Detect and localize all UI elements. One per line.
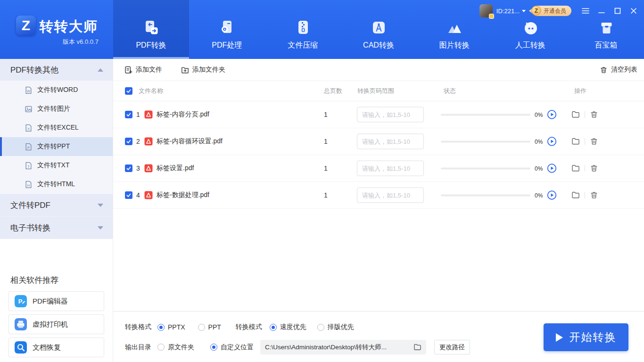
user-id[interactable]: ID:221... — [496, 8, 520, 15]
page-range-input[interactable] — [357, 134, 424, 149]
delete-row-icon[interactable] — [590, 164, 598, 173]
status-cell: 0% — [441, 190, 557, 200]
chevron-down-icon[interactable] — [522, 10, 526, 12]
nav-tab-label: CAD转换 — [363, 41, 394, 50]
pdf-file-icon — [144, 164, 153, 173]
vip-upgrade-button[interactable]: Z 开通会员 — [532, 6, 571, 16]
doc-html-icon: H — [25, 181, 33, 189]
svg-text:P: P — [18, 298, 23, 305]
row-checkbox[interactable] — [125, 138, 132, 145]
start-row-convert-button[interactable] — [547, 164, 557, 173]
sidebar-item-to-word[interactable]: W 文件转WORD — [0, 81, 113, 99]
virtual-printer-icon — [15, 318, 27, 330]
svg-text:H: H — [27, 183, 30, 187]
sidebar-group-file-to-pdf[interactable]: 文件转PDF — [0, 194, 113, 216]
sidebar-item-to-ppt[interactable]: P 文件转PPT — [0, 137, 113, 156]
sidebar-item-label: 文件转图片 — [37, 105, 70, 113]
progress-bar — [441, 194, 530, 196]
col-header-range: 转换页码范围 — [357, 87, 394, 95]
select-all-checkbox[interactable] — [125, 87, 132, 95]
delete-row-icon[interactable] — [590, 110, 598, 119]
app-card-pdf-editor[interactable]: P PDF编辑器 — [8, 291, 104, 311]
sidebar-group-pdf-convert-other[interactable]: PDF转换其他 — [0, 59, 113, 81]
group-label: PDF转换其他 — [10, 65, 58, 75]
radio-ppt[interactable]: PPT — [198, 323, 221, 331]
open-folder-icon[interactable] — [571, 164, 580, 173]
chevron-down-icon — [98, 226, 103, 230]
trash-icon — [600, 66, 608, 74]
start-row-convert-button[interactable] — [547, 190, 557, 200]
start-row-convert-button[interactable] — [547, 110, 557, 120]
start-row-convert-button[interactable] — [547, 137, 557, 147]
app-card-virtual-printer[interactable]: 虚拟打印机 — [8, 314, 104, 334]
delete-row-icon[interactable] — [590, 137, 598, 146]
sidebar-group-ebook-convert[interactable]: 电子书转换 — [0, 216, 113, 239]
radio-icon — [157, 344, 165, 351]
radio-speed-first[interactable]: 速度优先 — [270, 323, 306, 331]
change-path-button[interactable]: 更改路径 — [434, 340, 470, 354]
svg-text:T: T — [27, 164, 30, 168]
page-range-input[interactable] — [357, 188, 424, 203]
clear-list-button[interactable]: 清空列表 — [600, 66, 637, 74]
maximize-button[interactable] — [614, 7, 621, 15]
vip-label: 开通会员 — [544, 7, 566, 15]
chevron-down-icon — [98, 204, 103, 207]
page-range-input[interactable] — [357, 161, 424, 176]
output-path-field[interactable]: C:\Users\Administrator\Desktop\转转大师... — [260, 340, 426, 354]
nav-tab-pdf-process[interactable]: PDF处理 — [189, 0, 265, 59]
radio-custom-location[interactable]: 自定义位置 — [210, 343, 254, 352]
sidebar-item-to-image[interactable]: 文件转图片 — [0, 99, 113, 118]
start-convert-button[interactable]: 开始转换 — [544, 323, 628, 351]
minimize-button[interactable] — [598, 7, 605, 15]
add-folder-button[interactable]: 添加文件夹 — [181, 66, 225, 74]
page-range-input[interactable] — [357, 107, 424, 123]
row-checkbox[interactable] — [125, 191, 132, 199]
open-folder-icon[interactable] — [571, 191, 580, 199]
format-label: 转换格式 — [125, 323, 151, 331]
file-name: 标签设置.pdf — [157, 164, 194, 173]
avatar[interactable] — [479, 4, 493, 17]
row-index: 3 — [136, 165, 140, 172]
row-checkbox[interactable] — [125, 111, 132, 118]
col-header-name: 文件名称 — [139, 87, 163, 95]
sidebar-item-to-txt[interactable]: T 文件转TXT — [0, 156, 113, 175]
progress-bar — [441, 140, 530, 142]
nav-tab-label: 文件压缩 — [288, 41, 318, 50]
main-content: 添加文件 添加文件夹 清空列表 文件名称 总页数 转换页码范围 状态 操 — [113, 59, 644, 362]
status-cell: 0% — [441, 110, 557, 120]
radio-label: 自定义位置 — [221, 343, 254, 352]
add-folder-icon — [181, 66, 189, 74]
open-folder-icon[interactable] — [571, 110, 580, 119]
radio-layout-first[interactable]: 排版优先 — [317, 323, 354, 331]
clear-list-label: 清空列表 — [611, 66, 637, 74]
open-folder-icon[interactable] — [571, 137, 580, 146]
pdf-process-icon — [218, 19, 236, 37]
check-icon — [126, 165, 132, 171]
file-name: 标签-内容分页.pdf — [157, 110, 209, 119]
browse-folder-icon[interactable] — [413, 343, 421, 351]
divider — [585, 165, 585, 172]
col-header-status: 状态 — [444, 87, 456, 95]
app-window: Z 转转大师 版本 v6.0.0.7 PDF转换 — [0, 0, 644, 362]
nav-tab-file-compress[interactable]: 文件压缩 — [265, 0, 341, 59]
table-row: 3 标签设置.pdf 1 0% — [113, 155, 644, 182]
nav-tab-label: PDF处理 — [212, 41, 242, 50]
nav-tab-cad-convert[interactable]: CAD转换 — [341, 0, 417, 59]
sidebar-item-to-excel[interactable]: X 文件转EXCEL — [0, 118, 113, 137]
chat-bubble-icon — [521, 19, 539, 37]
add-file-button[interactable]: 添加文件 — [124, 66, 162, 74]
nav-tab-label: PDF转换 — [136, 41, 166, 50]
page-count: 1 — [324, 111, 328, 118]
sidebar-item-to-html[interactable]: H 文件转HTML — [0, 175, 113, 194]
radio-source-folder[interactable]: 原文件夹 — [157, 343, 194, 352]
nav-tab-pdf-convert[interactable]: PDF转换 — [113, 0, 189, 59]
svg-text:X: X — [27, 126, 30, 131]
radio-pptx[interactable]: PPTX — [157, 323, 185, 331]
radio-selected-icon — [157, 324, 165, 331]
delete-row-icon[interactable] — [590, 191, 598, 199]
row-checkbox[interactable] — [125, 165, 132, 172]
menu-button[interactable] — [582, 7, 589, 15]
app-card-doc-recovery[interactable]: 文档恢复 — [8, 337, 104, 357]
close-button[interactable] — [630, 7, 637, 15]
table-header: 文件名称 总页数 转换页码范围 状态 操作 — [113, 81, 644, 101]
